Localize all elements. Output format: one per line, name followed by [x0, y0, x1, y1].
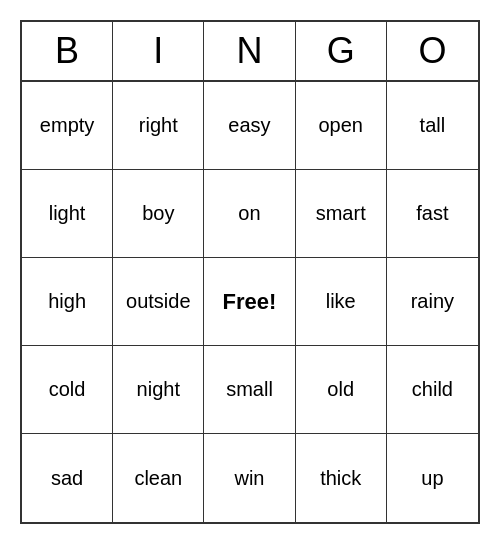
bingo-cell-1[interactable]: right: [113, 82, 204, 170]
bingo-cell-8[interactable]: smart: [296, 170, 387, 258]
bingo-cell-9[interactable]: fast: [387, 170, 478, 258]
bingo-cell-12[interactable]: Free!: [204, 258, 295, 346]
bingo-cell-23[interactable]: thick: [296, 434, 387, 522]
bingo-cell-19[interactable]: child: [387, 346, 478, 434]
bingo-cell-3[interactable]: open: [296, 82, 387, 170]
bingo-cell-13[interactable]: like: [296, 258, 387, 346]
bingo-cell-0[interactable]: empty: [22, 82, 113, 170]
bingo-cell-10[interactable]: high: [22, 258, 113, 346]
header-letter-b: B: [22, 22, 113, 80]
bingo-cell-7[interactable]: on: [204, 170, 295, 258]
bingo-cell-21[interactable]: clean: [113, 434, 204, 522]
bingo-cell-20[interactable]: sad: [22, 434, 113, 522]
header-letter-i: I: [113, 22, 204, 80]
bingo-cell-24[interactable]: up: [387, 434, 478, 522]
bingo-cell-14[interactable]: rainy: [387, 258, 478, 346]
bingo-cell-4[interactable]: tall: [387, 82, 478, 170]
header-letter-n: N: [204, 22, 295, 80]
bingo-cell-18[interactable]: old: [296, 346, 387, 434]
bingo-card: BINGO emptyrighteasyopentalllightboyonsm…: [20, 20, 480, 524]
bingo-cell-15[interactable]: cold: [22, 346, 113, 434]
bingo-cell-16[interactable]: night: [113, 346, 204, 434]
bingo-cell-5[interactable]: light: [22, 170, 113, 258]
bingo-cell-6[interactable]: boy: [113, 170, 204, 258]
bingo-cell-2[interactable]: easy: [204, 82, 295, 170]
header-letter-g: G: [296, 22, 387, 80]
bingo-cell-11[interactable]: outside: [113, 258, 204, 346]
bingo-grid: emptyrighteasyopentalllightboyonsmartfas…: [22, 82, 478, 522]
bingo-cell-22[interactable]: win: [204, 434, 295, 522]
bingo-cell-17[interactable]: small: [204, 346, 295, 434]
header-letter-o: O: [387, 22, 478, 80]
bingo-header: BINGO: [22, 22, 478, 82]
